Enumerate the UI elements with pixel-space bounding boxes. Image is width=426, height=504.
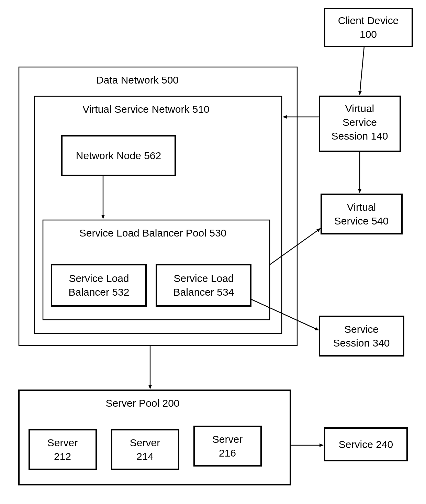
service-session-box — [320, 316, 404, 356]
slb-532-line2: Balancer 532 — [69, 286, 130, 298]
data-network-title: Data Network 500 — [96, 74, 179, 86]
slb-532-line1: Service Load — [69, 273, 129, 284]
diagram-canvas: Data Network 500 Virtual Service Network… — [0, 0, 426, 504]
server-212-line1: Server — [47, 437, 78, 448]
vss-line1: Virtual — [345, 103, 374, 114]
server-214-line1: Server — [130, 437, 160, 448]
slb-pool-title: Service Load Balancer Pool 530 — [79, 227, 227, 239]
virtual-service-network-title: Virtual Service Network 510 — [82, 103, 210, 115]
vss-line2: Service — [343, 117, 377, 128]
slb-534-line1: Service Load — [173, 273, 234, 284]
server-212-line2: 212 — [54, 451, 71, 462]
slb-532-box — [52, 265, 146, 306]
server-214-line2: 214 — [136, 451, 154, 462]
client-device-line2: 100 — [360, 29, 377, 40]
vss-line3: Session 140 — [331, 130, 388, 142]
server-216-line1: Server — [212, 434, 243, 445]
client-device-box — [325, 9, 412, 46]
ss340-line2: Session 340 — [333, 337, 390, 349]
ss340-line1: Service — [344, 324, 379, 335]
network-node-label: Network Node 562 — [76, 150, 161, 161]
virtual-service-box — [321, 194, 402, 234]
service-240-label: Service 240 — [339, 439, 393, 450]
client-device-line1: Client Device — [338, 15, 399, 26]
server-214-box — [112, 430, 179, 469]
virtual-service-line1: Virtual — [347, 201, 376, 213]
arrow-client-to-vss — [360, 46, 364, 95]
server-212-box — [29, 430, 96, 469]
server-pool-title: Server Pool 200 — [105, 397, 179, 409]
slb-534-line2: Balancer 534 — [173, 286, 234, 298]
slb-534-box — [156, 265, 251, 306]
server-216-box — [194, 426, 261, 466]
virtual-service-line2: Service 540 — [334, 215, 389, 227]
server-216-line2: 216 — [219, 447, 236, 459]
